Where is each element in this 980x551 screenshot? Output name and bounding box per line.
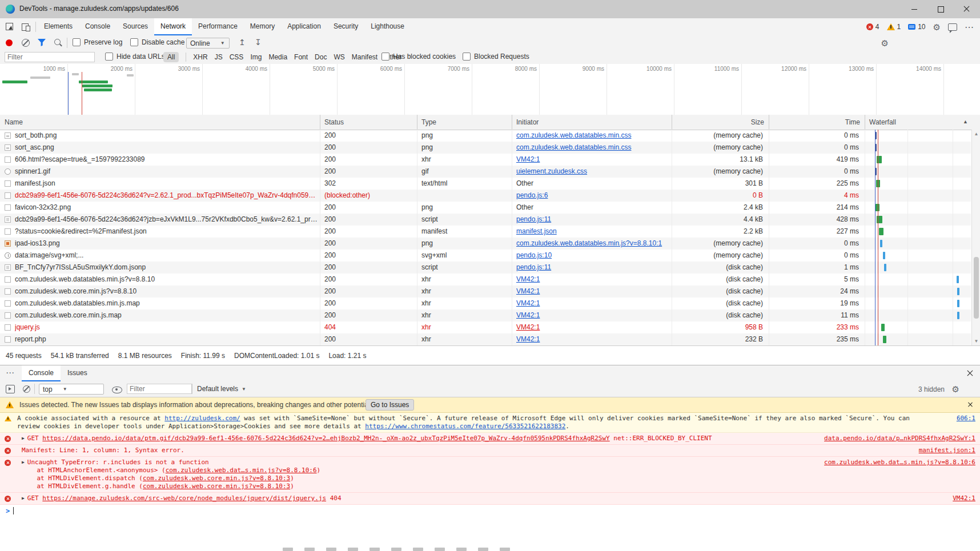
tab-elements[interactable]: Elements [38, 18, 79, 34]
expand-triangle-icon[interactable]: ▶ [22, 494, 25, 502]
search-icon[interactable] [54, 39, 61, 45]
waterfall-sort-icon[interactable]: ▲ [963, 119, 968, 124]
drawer-tab-console[interactable]: Console [22, 365, 61, 381]
table-scrollbar[interactable]: ▲ ▼ [971, 130, 980, 345]
export-har-icon[interactable]: ↧ [255, 38, 262, 46]
initiator-link[interactable]: manifest.json [516, 227, 557, 235]
tab-sources[interactable]: Sources [117, 18, 154, 34]
filter-funnel-icon[interactable] [38, 39, 46, 46]
initiator-link[interactable]: pendo.js:6 [516, 191, 548, 199]
resource-type-chip-doc[interactable]: Doc [315, 53, 327, 61]
record-network-log-button[interactable] [6, 39, 13, 46]
clear-console-icon[interactable] [23, 385, 30, 393]
tab-console[interactable]: Console [79, 18, 117, 34]
resource-type-chip-ws[interactable]: WS [334, 53, 344, 61]
scroll-up-icon[interactable]: ▲ [972, 130, 980, 138]
blocked-requests-checkbox[interactable]: Blocked Requests [463, 53, 529, 61]
console-link[interactable]: http://zuludesk.com/ [164, 415, 240, 422]
resource-type-chip-media[interactable]: Media [268, 53, 287, 61]
network-settings-gear-icon[interactable]: ⚙ [881, 38, 889, 49]
tab-memory[interactable]: Memory [244, 18, 281, 34]
preserve-log-checkbox[interactable]: Preserve log [73, 38, 122, 46]
console-link[interactable]: https://manage.zuludesk.com/src-web/core… [42, 494, 326, 502]
network-overview-timeline[interactable]: 1000 ms2000 ms3000 ms4000 ms5000 ms6000 … [0, 64, 980, 115]
console-sidebar-toggle-icon[interactable] [6, 385, 15, 393]
column-header-name[interactable]: Name [5, 118, 23, 126]
message-source-link[interactable]: 606:1 [957, 415, 975, 423]
network-request-row[interactable]: report.php200xhrVM42:1232 B235 ms [0, 333, 971, 345]
column-header-initiator[interactable]: Initiator [516, 118, 539, 126]
initiator-link[interactable]: pendo.js:11 [516, 263, 551, 271]
console-message-error[interactable]: Manifest: Line: 1, column: 1, Syntax err… [0, 445, 980, 457]
console-message-error[interactable]: ▶Uncaught TypeError: r.includes is not a… [0, 457, 980, 493]
initiator-link[interactable]: VM42:1 [516, 287, 540, 295]
initiator-link[interactable]: com.zuludesk.web.datatables.min.js?v=8.8… [516, 239, 662, 247]
network-request-row[interactable]: dcb29a99-6ef1-456e-6076-5d224c36d624?jzb… [0, 214, 971, 226]
tab-network[interactable]: Network [154, 18, 192, 35]
initiator-link[interactable]: pendo.js:11 [516, 215, 551, 223]
drawer-tab-issues[interactable]: Issues [61, 365, 94, 380]
network-request-row[interactable]: manifest.json302text/htmlOther301 B225 m… [0, 178, 971, 190]
drawer-close-button[interactable] [965, 368, 974, 377]
console-message-error[interactable]: ▶GET https://manage.zuludesk.com/src-web… [0, 493, 980, 505]
expand-triangle-icon[interactable]: ▶ [22, 435, 25, 443]
network-request-row[interactable]: data:image/svg+xml;...200svg+xmlpendo.js… [0, 250, 971, 262]
feedback-icon[interactable] [948, 23, 957, 31]
initiator-link[interactable]: VM42:1 [516, 335, 540, 343]
console-message-warn[interactable]: A cookie associated with a resource at h… [0, 413, 980, 433]
console-message-error[interactable]: ▶GET https://data.pendo.io/data/ptm.gif/… [0, 433, 980, 445]
network-request-row[interactable]: com.zuludesk.web.core.min.js.map200xhrVM… [0, 309, 971, 321]
has-blocked-cookies-checkbox[interactable]: Has blocked cookies [381, 53, 456, 61]
network-request-row[interactable]: jquery.js404xhrVM42:1958 B233 ms [0, 321, 971, 333]
initiator-link[interactable]: pendo.js:10 [516, 251, 552, 259]
network-request-row[interactable]: favicon-32x32.png200pngOther2.4 kB214 ms [0, 202, 971, 214]
hide-data-urls-checkbox[interactable]: Hide data URLs [105, 53, 165, 61]
clear-network-log-icon[interactable] [22, 39, 30, 47]
initiator-link[interactable]: VM42:1 [516, 275, 540, 283]
issues-count-badge[interactable]: 10 [908, 23, 925, 31]
console-link[interactable]: com.zuludesk.web.core.min.js?v=8.8.10:3 [143, 482, 290, 490]
initiator-link[interactable]: VM42:1 [516, 311, 540, 319]
message-source-link[interactable]: com.zuludesk.web.dat…s.min.js?v=8.8.10:6 [824, 459, 975, 466]
initiator-link[interactable]: com.zuludesk.web.datatables.min.css [516, 143, 631, 151]
network-request-row[interactable]: com.zuludesk.web.datatables.min.js.map20… [0, 297, 971, 309]
close-button[interactable] [954, 0, 980, 18]
resource-type-chip-js[interactable]: JS [215, 53, 223, 61]
network-request-row[interactable]: sort_asc.png200pngcom.zuludesk.web.datat… [0, 142, 971, 154]
network-request-row[interactable]: dcb29a99-6ef1-456e-6076-5d224c36d624?v=2… [0, 190, 971, 202]
resource-type-chip-img[interactable]: Img [250, 53, 262, 61]
disable-cache-checkbox[interactable]: Disable cache [130, 38, 184, 46]
scrollbar-thumb[interactable] [974, 257, 979, 319]
network-request-row[interactable]: ?status=cookie&redirect=%2Fmanifest.json… [0, 226, 971, 238]
javascript-context-select[interactable]: top▼ [39, 384, 104, 395]
more-menu-icon[interactable]: ⋯ [965, 22, 974, 33]
tab-security[interactable]: Security [327, 18, 364, 34]
column-header-status[interactable]: Status [324, 118, 344, 126]
maximize-button[interactable] [927, 0, 954, 18]
network-request-row[interactable]: BF_TnCfy7yr7ISsLA5uSmxilykY.dom.jsonp200… [0, 262, 971, 274]
console-link[interactable]: com.zuludesk.web.core.min.js?v=8.8.10:3 [143, 474, 290, 482]
network-request-row[interactable]: sort_both.png200pngcom.zuludesk.web.data… [0, 130, 971, 142]
import-har-icon[interactable]: ↥ [239, 38, 246, 46]
drawer-more-icon[interactable]: ⋯ [6, 368, 15, 378]
issues-bar-close-button[interactable] [966, 400, 974, 408]
column-header-type[interactable]: Type [421, 118, 436, 126]
console-link[interactable]: https://data.pendo.io/data/ptm.gif/dcb29… [42, 435, 609, 442]
initiator-link[interactable]: com.zuludesk.web.datatables.min.css [516, 131, 631, 139]
device-toolbar-icon[interactable] [22, 22, 31, 31]
resource-type-chip-css[interactable]: CSS [230, 53, 244, 61]
console-filter-input[interactable] [127, 384, 192, 394]
console-link[interactable]: https://www.chromestatus.com/feature/563… [365, 423, 565, 430]
network-request-row[interactable]: com.zuludesk.web.core.min.js?v=8.8.10200… [0, 285, 971, 297]
resource-type-chip-all[interactable]: All [163, 52, 179, 62]
network-request-row[interactable]: ipad-ios13.png200pngcom.zuludesk.web.dat… [0, 238, 971, 250]
network-filter-input[interactable] [5, 52, 95, 62]
resource-type-chip-xhr[interactable]: XHR [193, 53, 207, 61]
tab-application[interactable]: Application [281, 18, 327, 34]
column-header-waterfall[interactable]: Waterfall [869, 118, 896, 126]
scroll-down-icon[interactable]: ▼ [972, 337, 980, 345]
throttling-select[interactable]: Online▼ [186, 38, 230, 49]
warning-count-badge[interactable]: 1 [887, 23, 901, 31]
settings-gear-icon[interactable]: ⚙ [933, 23, 941, 31]
resource-type-chip-manifest[interactable]: Manifest [352, 53, 377, 61]
